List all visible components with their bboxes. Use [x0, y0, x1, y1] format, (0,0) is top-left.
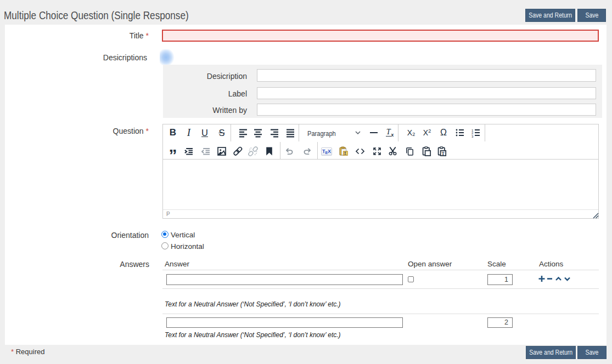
svg-text:3: 3 — [471, 135, 474, 138]
svg-text:Σ: Σ — [344, 151, 346, 155]
svg-text:T: T — [441, 151, 445, 156]
